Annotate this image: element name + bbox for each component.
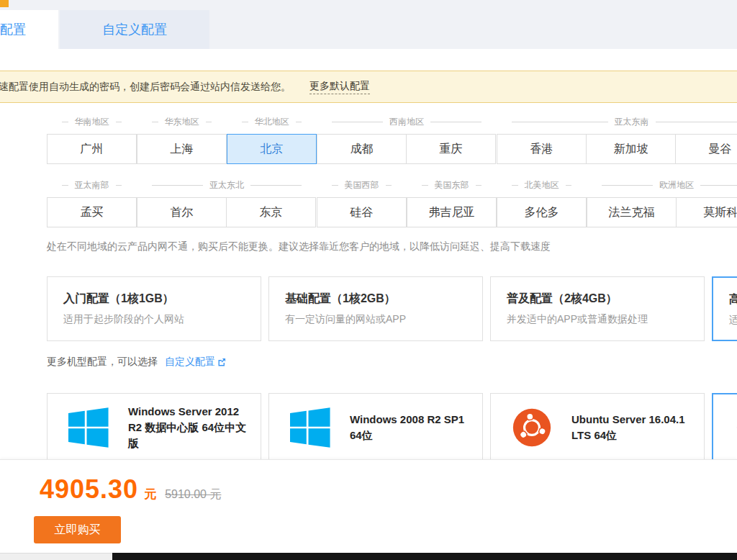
region-group: 北美地区多伦多 (497, 177, 587, 227)
region-button[interactable]: 广州 (47, 134, 137, 164)
buy-now-button[interactable]: 立即购买 (34, 516, 121, 543)
windows-logo (288, 407, 333, 448)
dash-line (296, 122, 302, 122)
region-row-1: 华南地区广州华东地区上海华北地区北京西南地区成都重庆亚太东南香港新加坡曼谷 (47, 114, 737, 164)
region-group-label-text: 西南地区 (389, 116, 424, 128)
ubuntu-logo (510, 407, 554, 448)
region-button[interactable]: 香港 (497, 134, 587, 164)
os-card-row: Windows Server 2012 R2 数据中心版 64位中文版Windo… (47, 393, 737, 462)
config-card[interactable]: 基础配置（1核2GB）有一定访问量的网站或APP (268, 276, 483, 341)
tab-custom-config[interactable]: 自定义配置 (60, 10, 209, 49)
config-card[interactable]: 高适 (712, 276, 737, 341)
region-button[interactable]: 上海 (137, 134, 227, 164)
dash-line (332, 185, 338, 186)
windows-logo (66, 407, 111, 448)
config-card-title: 入门配置（1核1GB） (63, 292, 245, 307)
currency-unit: 元 (144, 486, 156, 502)
dash-line (700, 185, 737, 186)
os-card[interactable]: Windows 2008 R2 SP1 64位 (268, 393, 483, 462)
region-group-buttons: 多伦多 (497, 197, 587, 227)
dash-line (566, 185, 572, 186)
region-button[interactable]: 莫斯科 (676, 197, 737, 227)
region-section: 华南地区广州华东地区上海华北地区北京西南地区成都重庆亚太东南香港新加坡曼谷 亚太… (47, 114, 737, 253)
region-group-label: 美国西部 (317, 177, 407, 193)
dash-line (512, 122, 608, 122)
region-button[interactable]: 曼谷 (675, 134, 737, 164)
os-card[interactable] (712, 393, 737, 462)
region-group: 亚太东南香港新加坡曼谷 (497, 114, 737, 164)
region-group: 华北地区北京 (227, 114, 317, 164)
region-group-buttons: 广州 (47, 134, 137, 164)
config-card-title: 高 (729, 292, 737, 307)
purchase-footer: 4905.30 元 5910.00 元 立即购买 (0, 459, 737, 553)
dash-line (656, 122, 737, 122)
region-group-label-text: 亚太东北 (209, 179, 244, 191)
bottom-strip (0, 553, 737, 560)
config-card-desc: 适用于起步阶段的个人网站 (63, 313, 245, 326)
custom-config-link[interactable]: 自定义配置 (165, 356, 226, 369)
region-button[interactable]: 北京 (227, 134, 317, 164)
region-group-buttons: 上海 (137, 134, 227, 164)
region-group-label-text: 华南地区 (75, 116, 109, 128)
region-button[interactable]: 东京 (226, 197, 316, 227)
region-group-label: 北美地区 (497, 177, 587, 193)
dash-line (476, 185, 482, 186)
os-card[interactable]: Ubuntu Server 16.04.1 LTS 64位 (490, 393, 705, 462)
dash-line (422, 185, 428, 186)
region-button[interactable]: 新加坡 (586, 134, 676, 164)
region-group: 美国东部弗吉尼亚 (407, 177, 497, 227)
region-group-label-text: 北美地区 (525, 179, 559, 191)
region-button[interactable]: 成都 (317, 134, 407, 164)
config-card[interactable]: 普及配置（2核4GB）并发适中的APP或普通数据处理 (490, 276, 705, 341)
region-button[interactable]: 多伦多 (497, 197, 587, 227)
region-group-label: 华北地区 (227, 114, 317, 130)
region-group-label-text: 欧洲地区 (659, 179, 694, 191)
config-card-title: 基础配置（1核2GB） (285, 292, 466, 307)
dash-line (152, 185, 203, 186)
region-button[interactable]: 弗吉尼亚 (407, 197, 497, 227)
region-group-label: 华南地区 (47, 114, 137, 130)
bottom-strip-light (0, 553, 112, 560)
os-card-title: Windows Server 2012 R2 数据中心版 64位中文版 (128, 404, 250, 451)
dash-line (152, 122, 158, 122)
region-group: 西南地区成都重庆 (317, 114, 497, 164)
tab-quick-config[interactable]: 快速配置 (0, 10, 58, 49)
region-group-label: 亚太东南 (497, 114, 737, 130)
config-card-desc: 有一定访问量的网站或APP (285, 313, 466, 326)
dash-line (512, 185, 518, 186)
region-button[interactable]: 重庆 (406, 134, 496, 164)
region-group-label: 华东地区 (137, 114, 227, 130)
more-config-text: 更多机型配置，可以选择 (47, 356, 158, 369)
region-button[interactable]: 孟买 (47, 197, 137, 227)
config-card[interactable]: 入门配置（1核1GB）适用于起步阶段的个人网站 (47, 276, 261, 341)
region-group-label: 西南地区 (317, 114, 497, 130)
region-group: 亚太南部孟买 (47, 177, 137, 227)
config-card-title: 普及配置（2核4GB） (507, 292, 688, 307)
region-button[interactable]: 法兰克福 (587, 197, 677, 227)
notice-text: 快速配置使用自动生成的密码，创建后密码会通过站内信发送给您。 (0, 81, 291, 94)
region-group-buttons: 成都重庆 (317, 134, 497, 164)
bottom-strip-dark (112, 553, 737, 560)
centos-logo (732, 407, 737, 448)
tab-quick-config-label: 快速配置 (0, 21, 26, 38)
region-note: 处在不同地域的云产品内网不通，购买后不能更换。建议选择靠近您客户的地域，以降低访… (47, 240, 737, 253)
region-group-buttons: 弗吉尼亚 (407, 197, 497, 227)
region-group: 欧洲地区法兰克福莫斯科 (587, 177, 737, 227)
dash-line (116, 122, 122, 122)
dash-line (206, 122, 212, 122)
dash-line (332, 122, 383, 122)
region-group-label-text: 美国西部 (345, 179, 379, 191)
region-group-buttons: 孟买 (47, 197, 137, 227)
region-group: 华南地区广州 (47, 114, 137, 164)
more-default-config-link[interactable]: 更多默认配置 (309, 80, 370, 94)
region-group-label: 亚太东北 (137, 177, 317, 193)
region-button[interactable]: 首尔 (137, 197, 227, 227)
price-row: 4905.30 元 5910.00 元 (40, 474, 737, 505)
os-card[interactable]: Windows Server 2012 R2 数据中心版 64位中文版 (47, 393, 261, 462)
tab-custom-config-label: 自定义配置 (102, 21, 167, 38)
region-group-buttons: 北京 (227, 134, 317, 164)
region-group-label: 亚太南部 (47, 177, 137, 193)
region-button[interactable]: 硅谷 (317, 197, 407, 227)
dash-line (386, 185, 392, 186)
region-group: 亚太东北首尔东京 (137, 177, 317, 227)
